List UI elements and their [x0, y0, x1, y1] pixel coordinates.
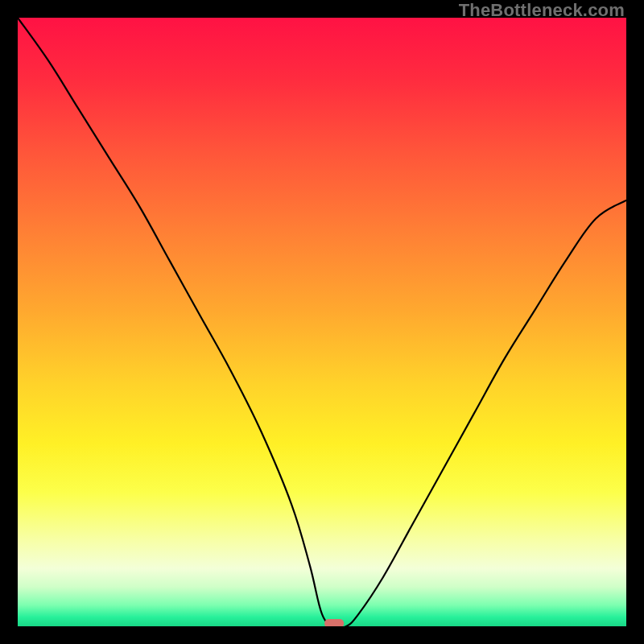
optimal-marker: [324, 619, 344, 626]
watermark-text: TheBottleneck.com: [459, 0, 625, 21]
chart-frame: [18, 18, 626, 626]
bottleneck-chart: [18, 18, 626, 626]
gradient-background: [18, 18, 626, 626]
